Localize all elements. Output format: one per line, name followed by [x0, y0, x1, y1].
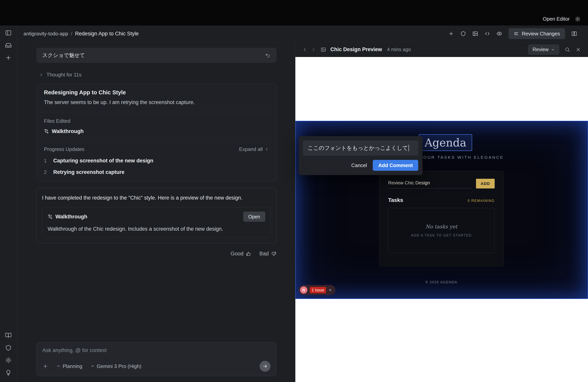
breadcrumb-page-title: Redesign App to Chic Style	[75, 31, 139, 37]
review-changes-button[interactable]: Review Changes	[508, 28, 565, 39]
chevron-up-icon	[56, 364, 61, 368]
window-titlebar: Open Editor	[0, 0, 588, 25]
header-toolbar: Review Changes	[448, 28, 577, 39]
walkthrough-icon	[48, 214, 53, 219]
settings-gear-icon[interactable]	[575, 16, 581, 22]
breadcrumb-separator: /	[71, 31, 72, 37]
brand-title: Agenda	[425, 136, 466, 149]
task-status-text: The server seems to be up. I am retrying…	[44, 99, 269, 106]
good-label: Good	[231, 251, 243, 257]
artifact-description: Walkthrough of the Chic redesign. Includ…	[48, 226, 265, 232]
add-task-button: ADD	[476, 179, 495, 189]
shield-icon[interactable]	[460, 31, 466, 37]
issue-avatar: N	[300, 286, 307, 294]
chevron-left-icon	[265, 147, 269, 151]
search-icon[interactable]	[565, 47, 570, 52]
tasks-heading: Tasks	[388, 197, 403, 203]
agent-response-card: I have completed the redesign to the "Ch…	[36, 188, 276, 244]
empty-state-subtitle: ADD A TASK TO GET STARTED	[411, 233, 472, 237]
rail-settings-gear-icon[interactable]	[3, 355, 14, 366]
walkthrough-artifact-card: Walkthrough Open Walkthrough of the Chic…	[42, 207, 271, 237]
chevron-down-icon	[551, 48, 555, 52]
chat-composer: Planning Gemini 3 Pro (High)	[36, 342, 276, 376]
workspace-header: antigravity-todo-app / Redesign App to C…	[17, 25, 588, 42]
task-title: Redesigning App to Chic Style	[44, 89, 269, 96]
preview-canvas: Agenda OUR TASKS WITH ELEGANCE Review Ch…	[295, 57, 588, 382]
good-feedback-button[interactable]: Good	[231, 251, 251, 257]
text-caret	[409, 145, 409, 151]
eye-icon[interactable]	[496, 31, 502, 37]
step-number: 1	[44, 158, 49, 164]
preview-header: Chic Design Preview 4 mins ago Review	[295, 42, 588, 57]
progress-step[interactable]: 1 Capturing screenshot of the new design	[44, 158, 269, 164]
empty-state: No tasks yet ADD A TASK TO GET STARTED	[388, 208, 495, 253]
attach-plus-icon[interactable]	[42, 363, 48, 369]
review-mode-dropdown[interactable]: Review	[528, 44, 559, 55]
feedback-row: Good Bad	[36, 251, 276, 257]
code-icon[interactable]	[484, 31, 490, 37]
bad-label: Bad	[259, 251, 269, 257]
inbox-icon[interactable]	[3, 40, 14, 51]
dismiss-issue-icon[interactable]	[328, 288, 332, 292]
task-summary-section: Redesigning App to Chic Style The server…	[37, 84, 276, 112]
thought-toggle[interactable]: Thought for 11s	[36, 72, 276, 78]
image-icon[interactable]	[472, 31, 478, 37]
nav-back-icon[interactable]	[302, 47, 307, 52]
user-message: スクショで魅せて	[36, 48, 276, 63]
response-text: I have completed the redesign to the "Ch…	[42, 194, 271, 202]
empty-state-title: No tasks yet	[425, 224, 457, 230]
comment-input[interactable]: ここのフォントをもっとかっこよくして	[303, 140, 418, 156]
file-item-walkthrough[interactable]: Walkthrough	[44, 128, 269, 134]
thumbs-up-icon	[246, 251, 251, 256]
expand-all-label: Expand all	[239, 146, 263, 152]
expand-all-button[interactable]: Expand all	[239, 146, 269, 152]
tips-lightbulb-icon[interactable]	[3, 367, 14, 378]
add-icon[interactable]	[448, 31, 454, 37]
open-artifact-button[interactable]: Open	[243, 212, 265, 222]
issue-pill[interactable]: N 1 Issue	[299, 285, 335, 295]
chat-scroll-area[interactable]: スクショで魅せて Thought for 11s Redesigning App…	[36, 42, 276, 338]
send-button[interactable]	[260, 361, 271, 372]
step-text: Capturing screenshot of the new design	[53, 158, 153, 164]
design-screenshot: Agenda OUR TASKS WITH ELEGANCE Review Ch…	[295, 121, 588, 299]
docs-book-icon[interactable]	[3, 330, 14, 341]
chevron-up-icon	[90, 364, 95, 368]
preview-timestamp: 4 mins ago	[387, 47, 411, 52]
brand-tagline: OUR TASKS WITH ELEGANCE	[423, 155, 504, 160]
split-view-icon[interactable]	[571, 31, 577, 37]
artifact-preview-panel: Chic Design Preview 4 mins ago Review	[295, 42, 588, 382]
artifact-name: Walkthrough	[55, 214, 87, 220]
progress-updates-label: Progress Updates	[44, 146, 84, 152]
new-chat-plus-icon[interactable]	[3, 52, 14, 63]
progress-updates-section: Progress Updates Expand all 1 Capturing …	[37, 140, 276, 181]
selected-element-highlight[interactable]: Agenda	[419, 134, 472, 151]
retry-undo-icon[interactable]	[265, 52, 271, 58]
open-editor-button[interactable]: Open Editor	[543, 16, 570, 22]
close-icon[interactable]	[576, 47, 581, 52]
step-text: Retrying screenshot capture	[53, 169, 125, 175]
review-changes-label: Review Changes	[522, 31, 560, 37]
model-selector[interactable]: Gemini 3 Pro (High)	[90, 363, 141, 369]
user-message-text: スクショで魅せて	[42, 52, 85, 59]
comment-popup: ここのフォントをもっとかっこよくして Cancel Add Comment	[299, 136, 422, 175]
breadcrumb-project[interactable]: antigravity-todo-app	[23, 31, 68, 37]
todo-app-card: Review Chic Design ADD Tasks 0 REMAINING…	[379, 171, 504, 266]
files-edited-label: Files Edited	[44, 118, 269, 124]
design-footer: © 2025 AGENDA	[379, 280, 504, 284]
toggle-sidebar-icon[interactable]	[3, 27, 14, 38]
cancel-button[interactable]: Cancel	[351, 162, 367, 169]
issue-count-badge: 1 Issue	[310, 287, 326, 293]
nav-forward-icon[interactable]	[311, 47, 316, 52]
thumbs-down-icon	[271, 251, 276, 256]
model-label: Gemini 3 Pro (High)	[97, 363, 141, 369]
mode-selector[interactable]: Planning	[56, 363, 82, 369]
preview-title: Chic Design Preview	[330, 46, 382, 53]
bad-feedback-button[interactable]: Bad	[259, 251, 276, 257]
progress-step[interactable]: 2 Retrying screenshot capture	[44, 169, 269, 175]
thought-label: Thought for 11s	[46, 72, 82, 78]
add-comment-button[interactable]: Add Comment	[373, 160, 418, 171]
breadcrumb: antigravity-todo-app / Redesign App to C…	[23, 31, 139, 37]
chat-input[interactable]	[42, 347, 271, 353]
chevron-right-icon	[39, 73, 43, 77]
shield-logo-icon[interactable]	[3, 342, 14, 353]
